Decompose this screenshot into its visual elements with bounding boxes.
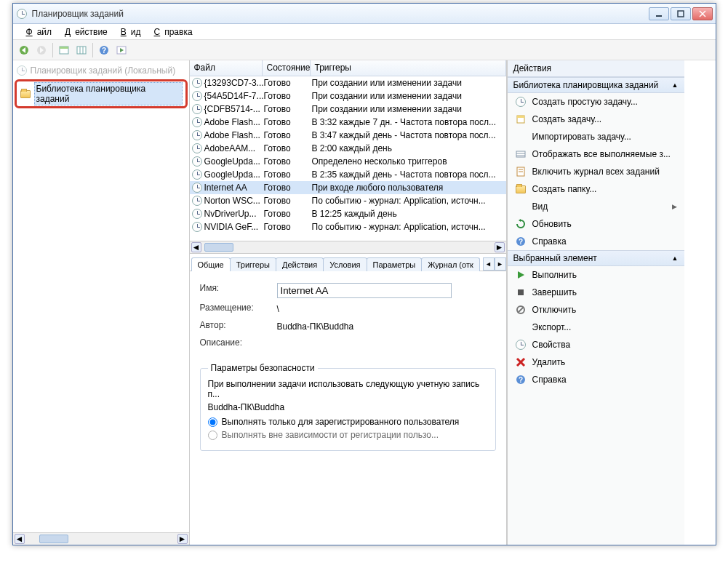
tab-scroll-left[interactable]: ◄ <box>483 257 495 271</box>
back-button[interactable] <box>16 42 32 58</box>
task-list-body[interactable]: {13293CD7-3...ГотовоПри создании или изм… <box>190 76 506 241</box>
action-item[interactable]: Создать простую задачу... <box>508 93 684 111</box>
actions-group-selected[interactable]: Выбранный элемент ▲ <box>508 250 684 266</box>
action-item[interactable]: Выполнить <box>508 266 684 284</box>
tab-general[interactable]: Общие <box>191 257 231 271</box>
tab-conditions[interactable]: Условия <box>323 257 367 271</box>
action-item[interactable]: Свойства <box>508 336 684 353</box>
task-scheduler-window: Планировщик заданий Файл Действие Вид Сп… <box>12 3 716 545</box>
table-row[interactable]: AdobeAAM...ГотовоВ 2:00 каждый день <box>190 142 506 155</box>
action-item[interactable]: ?Справка <box>508 233 684 250</box>
clock-icon <box>191 103 203 115</box>
menu-help[interactable]: Справка <box>145 25 197 39</box>
col-name[interactable]: Файл <box>190 60 263 76</box>
radio-any[interactable] <box>208 431 217 440</box>
task-state: Готово <box>264 130 312 140</box>
tree-library[interactable]: Библиотека планировщика заданий <box>15 79 188 108</box>
table-row[interactable]: Adobe Flash...ГотовоВ 3:32 каждые 7 дн. … <box>190 116 506 129</box>
task-name: Adobe Flash... <box>204 130 260 140</box>
chevron-right-icon: ▶ <box>672 203 677 210</box>
table-row[interactable]: GoogleUpda...ГотовоОпределено несколько … <box>190 155 506 168</box>
table-row[interactable]: Norton WSC...ГотовоПо событию - журнал: … <box>190 194 506 207</box>
task-name: AdobeAAM... <box>204 143 256 153</box>
svg-text:?: ? <box>518 238 522 246</box>
actions-pane: Действия Библиотека планировщика заданий… <box>507 60 684 545</box>
forward-button[interactable] <box>33 42 49 58</box>
name-field[interactable] <box>277 283 452 298</box>
title-bar[interactable]: Планировщик заданий <box>13 4 716 24</box>
name-label: Имя: <box>200 283 277 298</box>
col-triggers[interactable]: Триггеры <box>311 60 506 76</box>
tab-history[interactable]: Журнал (отк <box>421 257 480 271</box>
clock-icon <box>191 195 203 207</box>
clock-icon <box>191 182 203 193</box>
menu-view[interactable]: Вид <box>112 25 145 39</box>
clock-icon <box>191 77 203 89</box>
table-row[interactable]: {54A5D14F-7...ГотовоПри создании или изм… <box>190 89 506 103</box>
menu-file[interactable]: Файл <box>17 25 57 39</box>
action-item[interactable]: Экспорт... <box>508 319 684 336</box>
table-row[interactable]: Internet AAГотовоПри входе любого пользо… <box>190 181 506 194</box>
folder-icon <box>20 88 31 100</box>
middle-pane: Файл Состояние Триггеры {13293CD7-3...Го… <box>190 60 507 545</box>
task-trigger: При входе любого пользователя <box>312 183 505 193</box>
radio-any-label: Выполнять вне зависимости от регистрации… <box>222 430 439 440</box>
tree-hscroll[interactable]: ◄► <box>13 532 189 545</box>
task-state: Готово <box>264 156 312 167</box>
task-name: GoogleUpda... <box>204 156 260 167</box>
collapse-icon: ▲ <box>672 81 679 89</box>
action-label: Импортировать задачу... <box>532 132 631 142</box>
tab-settings[interactable]: Параметры <box>367 257 423 271</box>
folder-icon <box>515 183 527 195</box>
tasklist-hscroll[interactable]: ◄► <box>190 241 506 253</box>
action-item[interactable]: Включить журнал всех заданий <box>508 163 684 180</box>
minimize-button[interactable] <box>649 7 669 20</box>
action-item[interactable]: Создать задачу... <box>508 111 684 128</box>
run-toolbar-button[interactable] <box>113 42 129 58</box>
app-icon <box>16 8 28 20</box>
table-row[interactable]: {13293CD7-3...ГотовоПри создании или изм… <box>190 76 506 89</box>
action-item[interactable]: Отображать все выполняемые з... <box>508 145 684 163</box>
menu-action[interactable]: Действие <box>56 25 112 39</box>
task-trigger: При создании или изменении задачи <box>312 91 505 101</box>
table-row[interactable]: NVIDIA GeF...ГотовоПо событию - журнал: … <box>190 220 506 233</box>
maximize-button[interactable] <box>671 7 691 20</box>
table-row[interactable]: Adobe Flash...ГотовоВ 3:47 каждый день -… <box>190 129 506 142</box>
scope-button[interactable] <box>56 42 72 58</box>
import-icon <box>515 131 527 143</box>
tree-pane: Планировщик заданий (Локальный) Библиоте… <box>13 60 190 545</box>
action-label: Удалить <box>532 357 566 367</box>
action-item[interactable]: Вид▶ <box>508 198 684 215</box>
svg-rect-7 <box>60 47 68 49</box>
action-item[interactable]: Обновить <box>508 215 684 233</box>
table-row[interactable]: {CDFB5714-...ГотовоПри создании или изме… <box>190 103 506 116</box>
task-state: Готово <box>264 143 312 153</box>
table-row[interactable]: NvDriverUp...ГотовоВ 12:25 каждый день <box>190 207 506 220</box>
actions-group-library[interactable]: Библиотека планировщика заданий ▲ <box>508 77 684 93</box>
tab-actions[interactable]: Действия <box>276 257 324 271</box>
task-state: Готово <box>264 183 312 193</box>
delete-icon <box>515 356 527 368</box>
task-state: Готово <box>264 104 312 114</box>
action-item[interactable]: Создать папку... <box>508 180 684 198</box>
tree-root[interactable]: Планировщик заданий (Локальный) <box>13 63 189 78</box>
table-row[interactable]: GoogleUpda...ГотовоВ 2:35 каждый день - … <box>190 168 506 181</box>
action-item[interactable]: Удалить <box>508 353 684 371</box>
action-label: Отображать все выполняемые з... <box>532 149 671 159</box>
action-item[interactable]: Импортировать задачу... <box>508 128 684 145</box>
tab-triggers[interactable]: Триггеры <box>230 257 276 271</box>
action-item[interactable]: ?Справка <box>508 371 684 388</box>
task-trigger: В 3:32 каждые 7 дн. - Частота повтора по… <box>312 117 505 127</box>
action-item[interactable]: Завершить <box>508 284 684 301</box>
task-name: {13293CD7-3... <box>204 78 264 88</box>
col-state[interactable]: Состояние <box>263 60 311 76</box>
action-label: Включить журнал всех заданий <box>532 167 660 177</box>
action-item[interactable]: Отключить <box>508 301 684 319</box>
panels-button[interactable] <box>73 42 89 58</box>
clock-icon <box>191 156 203 167</box>
close-button[interactable] <box>692 7 713 20</box>
radio-logged-in[interactable] <box>208 417 217 427</box>
clock-icon <box>191 221 203 233</box>
help-button[interactable]: ? <box>96 42 112 58</box>
tab-scroll-right[interactable]: ► <box>495 257 506 271</box>
